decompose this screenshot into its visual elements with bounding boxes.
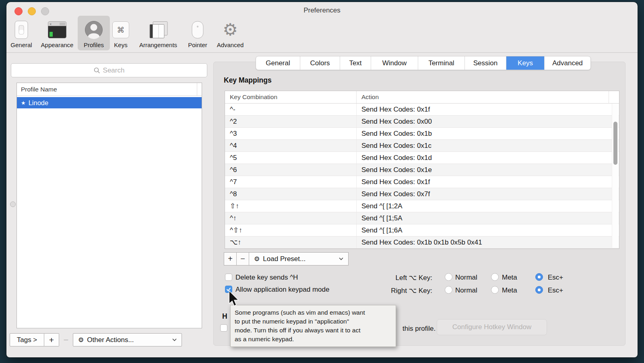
svg-text:×: × <box>50 22 52 26</box>
gear-icon: ⚙ <box>254 255 260 263</box>
key-mapping-row[interactable]: ⇧↑Send ^[ [1;2A <box>225 200 619 212</box>
hotkey-checkbox[interactable] <box>220 324 227 332</box>
toolbar-divider <box>6 52 638 53</box>
toolbar-label: Arrangements <box>139 41 177 50</box>
advanced-icon: ⚙ <box>223 18 238 41</box>
radio-left-esc[interactable] <box>535 273 543 281</box>
radio-left-meta[interactable] <box>491 273 499 281</box>
key-mappings-table: Key Combination Action ^-Send Hex Codes:… <box>225 91 619 249</box>
default-profile-star-icon: ★ <box>21 100 26 106</box>
configure-hotkey-window-button[interactable]: Configure Hotkey Window <box>437 319 547 335</box>
other-actions-dropdown[interactable]: ⚙ Other Actions... <box>73 333 182 346</box>
key-mapping-row[interactable]: ^6Send Hex Codes: 0x1e <box>225 164 619 176</box>
radio-right-esc[interactable] <box>535 286 543 294</box>
column-spacer <box>609 91 619 103</box>
key-mapping-row[interactable]: ^4Send Hex Codes: 0x1c <box>225 140 619 152</box>
tags-button[interactable]: Tags > <box>10 333 44 346</box>
radio-label: Meta <box>502 274 517 282</box>
toolbar-item-appearance[interactable]: × Appearance <box>37 16 77 50</box>
radio-label: Normal <box>455 286 477 295</box>
key-mapping-row[interactable]: ^↑Send ^[ [1;5A <box>225 212 619 224</box>
profiles-icon <box>84 18 103 41</box>
radio-right-meta[interactable] <box>491 286 499 294</box>
radio-label: Esc+ <box>548 286 563 295</box>
hotkey-profile-text: this profile. <box>402 325 436 333</box>
remove-profile-button[interactable]: − <box>59 333 73 346</box>
table-header: Key Combination Action <box>225 91 619 104</box>
search-icon <box>94 67 100 74</box>
delete-key-checkbox[interactable] <box>225 274 232 281</box>
delete-key-label: Delete key sends ^H <box>235 274 298 282</box>
profile-row-linode[interactable]: ★ Linode <box>17 97 202 108</box>
keys-icon: ⌘ <box>112 18 129 41</box>
scrollbar-track[interactable] <box>612 104 619 248</box>
tab-keys[interactable]: Keys <box>506 56 545 70</box>
toolbar-label: Keys <box>114 41 127 50</box>
key-mapping-row[interactable]: ^2Send Hex Codes: 0x00 <box>225 116 619 128</box>
radio-label: Meta <box>502 286 517 295</box>
load-preset-dropdown[interactable]: ⚙ Load Preset... <box>249 252 349 266</box>
pointer-icon <box>191 18 204 41</box>
toolbar-label: Appearance <box>41 41 74 50</box>
profile-name: Linode <box>29 99 49 107</box>
toolbar-item-pointer[interactable]: Pointer <box>184 16 211 50</box>
toolbar-item-profiles[interactable]: Profiles <box>78 16 110 50</box>
toolbar-item-general[interactable]: General <box>8 16 35 50</box>
search-input[interactable]: Search <box>11 63 207 77</box>
general-icon <box>14 18 29 41</box>
toolbar-label: Profiles <box>84 41 104 50</box>
column-action[interactable]: Action <box>357 91 609 103</box>
tab-text[interactable]: Text <box>340 56 371 70</box>
splitter-handle[interactable] <box>10 201 16 207</box>
arrangements-icon <box>148 18 168 41</box>
tab-session[interactable]: Session <box>465 56 506 70</box>
appearance-icon: × <box>47 18 67 41</box>
radio-label: Normal <box>455 274 477 282</box>
scrollbar-thumb[interactable] <box>613 122 617 165</box>
key-mapping-row[interactable]: ^-Send Hex Codes: 0x1f <box>225 104 619 116</box>
toolbar-item-advanced[interactable]: ⚙ Advanced <box>213 16 248 50</box>
toolbar-label: General <box>10 41 32 50</box>
key-mappings-toolbar: + − ⚙ Load Preset... <box>224 252 349 266</box>
keypad-mode-tooltip: Some programs (such as vim and emacs) wa… <box>230 305 396 347</box>
key-mapping-row[interactable]: ^8Send Hex Codes: 0x7f <box>225 188 619 200</box>
chevron-down-icon <box>172 338 177 341</box>
column-key-combination[interactable]: Key Combination <box>225 91 357 103</box>
radio-left-normal[interactable] <box>445 273 452 281</box>
key-mapping-row[interactable]: ⌥↑Send Hex Codes: 0x1b 0x1b 0x5b 0x41 <box>225 236 619 249</box>
toolbar-item-arrangements[interactable]: Arrangements <box>133 16 184 50</box>
key-mapping-row[interactable]: ^7Send Hex Codes: 0x1f <box>225 176 619 188</box>
window-title: Preferences <box>6 6 638 15</box>
profile-list-header[interactable]: Profile Name <box>17 83 202 96</box>
tab-terminal[interactable]: Terminal <box>418 56 465 70</box>
chevron-down-icon <box>339 257 343 260</box>
load-preset-label: Load Preset... <box>263 255 305 263</box>
toolbar-item-keys[interactable]: ⌘ Keys <box>109 16 133 50</box>
right-option-key-label: Right ⌥ Key: <box>381 286 432 295</box>
tab-general[interactable]: General <box>256 56 300 70</box>
tab-window[interactable]: Window <box>371 56 418 70</box>
tab-colors[interactable]: Colors <box>300 56 340 70</box>
hotkey-heading-partial: H <box>222 312 227 321</box>
toolbar-label: Pointer <box>188 41 207 50</box>
key-mapping-row[interactable]: ^5Send Hex Codes: 0x1d <box>225 152 619 164</box>
key-mapping-row[interactable]: ^⇧↑Send ^[ [1;6A <box>225 224 619 236</box>
mouse-cursor <box>229 290 239 307</box>
add-profile-button[interactable]: + <box>44 333 59 346</box>
profile-name-column-header: Profile Name <box>17 86 57 93</box>
gear-icon: ⚙ <box>78 336 84 344</box>
radio-label: Esc+ <box>548 274 563 282</box>
add-mapping-button[interactable]: + <box>224 252 237 266</box>
profile-list: Profile Name ★ Linode <box>17 83 202 328</box>
tab-advanced[interactable]: Advanced <box>545 56 590 70</box>
preferences-window: Preferences General × Appearance Profile… <box>6 2 638 357</box>
key-mapping-row[interactable]: ^3Send Hex Codes: 0x1b <box>225 128 619 140</box>
radio-right-normal[interactable] <box>445 286 452 294</box>
command-glyph: ⌘ <box>117 25 125 35</box>
profile-actions-bar: Tags > + − ⚙ Other Actions... <box>10 333 182 346</box>
column-divider <box>197 83 197 95</box>
toolbar-label: Advanced <box>217 41 244 50</box>
remove-mapping-button[interactable]: − <box>237 252 249 266</box>
key-mappings-heading: Key Mappings <box>224 76 272 85</box>
keypad-mode-label: Allow application keypad mode <box>235 286 329 294</box>
